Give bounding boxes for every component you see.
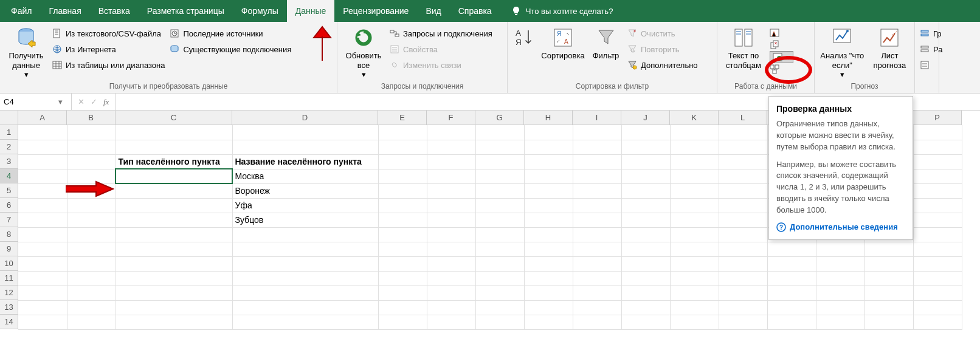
cell-L14[interactable] bbox=[719, 315, 767, 329]
cell-M13[interactable] bbox=[767, 300, 816, 315]
cell-G6[interactable] bbox=[475, 198, 524, 213]
cell-K2[interactable] bbox=[670, 140, 719, 154]
cell-N9[interactable] bbox=[816, 242, 864, 256]
from-web-button[interactable]: Из Интернета bbox=[52, 43, 165, 56]
cell-N10[interactable] bbox=[816, 256, 864, 271]
cell-J10[interactable] bbox=[621, 256, 670, 271]
cell-E4[interactable] bbox=[378, 169, 427, 183]
cell-F7[interactable] bbox=[427, 213, 475, 227]
sort-button[interactable]: ЯА Сортировка bbox=[542, 24, 584, 61]
cell-H3[interactable] bbox=[524, 154, 573, 169]
cell-C2[interactable] bbox=[116, 140, 232, 154]
cell-J6[interactable] bbox=[621, 198, 670, 213]
cell-C4[interactable] bbox=[116, 169, 232, 183]
column-header-C[interactable]: C bbox=[116, 111, 232, 125]
group-button-partial[interactable]: Гр bbox=[920, 27, 942, 40]
column-header-P[interactable]: P bbox=[913, 111, 962, 125]
cell-K5[interactable] bbox=[670, 183, 719, 198]
cell-C7[interactable] bbox=[116, 213, 232, 227]
consolidate-button[interactable] bbox=[770, 63, 793, 75]
cell-B10[interactable] bbox=[67, 256, 116, 271]
forecast-sheet-button[interactable]: Лист прогноза bbox=[870, 24, 909, 70]
row-header-14[interactable]: 14 bbox=[0, 315, 18, 329]
cell-A11[interactable] bbox=[18, 271, 67, 286]
advanced-filter-button[interactable]: Дополнительно bbox=[627, 58, 698, 72]
row-header-12[interactable]: 12 bbox=[0, 286, 18, 300]
cell-E8[interactable] bbox=[378, 227, 427, 242]
cell-H1[interactable] bbox=[524, 125, 573, 140]
column-header-K[interactable]: K bbox=[670, 111, 719, 125]
tab-home[interactable]: Главная bbox=[40, 0, 89, 22]
cell-D9[interactable] bbox=[232, 242, 378, 256]
cell-F10[interactable] bbox=[427, 256, 475, 271]
cell-C8[interactable] bbox=[116, 227, 232, 242]
cell-F6[interactable] bbox=[427, 198, 475, 213]
cell-J7[interactable] bbox=[621, 213, 670, 227]
cell-I9[interactable] bbox=[573, 242, 621, 256]
cell-D1[interactable] bbox=[232, 125, 378, 140]
cell-I4[interactable] bbox=[573, 169, 621, 183]
cell-P3[interactable] bbox=[913, 154, 962, 169]
cell-L7[interactable] bbox=[719, 213, 767, 227]
cell-J2[interactable] bbox=[621, 140, 670, 154]
cell-I13[interactable] bbox=[573, 300, 621, 315]
cell-K9[interactable] bbox=[670, 242, 719, 256]
cell-G1[interactable] bbox=[475, 125, 524, 140]
cell-F2[interactable] bbox=[427, 140, 475, 154]
name-box[interactable]: ▾ bbox=[0, 94, 72, 110]
cell-H8[interactable] bbox=[524, 227, 573, 242]
cell-F12[interactable] bbox=[427, 286, 475, 300]
cell-C6[interactable] bbox=[116, 198, 232, 213]
cell-C1[interactable] bbox=[116, 125, 232, 140]
recent-sources-button[interactable]: Последние источники bbox=[170, 27, 291, 40]
cell-K13[interactable] bbox=[670, 300, 719, 315]
cell-M11[interactable] bbox=[767, 271, 816, 286]
cell-L1[interactable] bbox=[719, 125, 767, 140]
cell-H6[interactable] bbox=[524, 198, 573, 213]
cell-I2[interactable] bbox=[573, 140, 621, 154]
cell-I5[interactable] bbox=[573, 183, 621, 198]
cell-J9[interactable] bbox=[621, 242, 670, 256]
cell-I14[interactable] bbox=[573, 315, 621, 329]
tab-insert[interactable]: Вставка bbox=[90, 0, 139, 22]
cell-D7[interactable]: Зубцов bbox=[232, 213, 378, 227]
cell-C10[interactable] bbox=[116, 256, 232, 271]
cell-I3[interactable] bbox=[573, 154, 621, 169]
cell-C3[interactable]: Тип населённого пункта bbox=[116, 154, 232, 169]
cell-O11[interactable] bbox=[864, 271, 913, 286]
cell-O12[interactable] bbox=[864, 286, 913, 300]
cell-F13[interactable] bbox=[427, 300, 475, 315]
column-header-B[interactable]: B bbox=[67, 111, 116, 125]
cell-A9[interactable] bbox=[18, 242, 67, 256]
text-to-columns-button[interactable]: Текст по столбцам bbox=[722, 24, 765, 70]
cell-E5[interactable] bbox=[378, 183, 427, 198]
cell-A4[interactable] bbox=[18, 169, 67, 183]
cell-G12[interactable] bbox=[475, 286, 524, 300]
data-validation-button[interactable]: ▾ bbox=[770, 51, 793, 63]
cell-H11[interactable] bbox=[524, 271, 573, 286]
row-header-10[interactable]: 10 bbox=[0, 256, 18, 271]
cell-K7[interactable] bbox=[670, 213, 719, 227]
cell-P9[interactable] bbox=[913, 242, 962, 256]
cell-J8[interactable] bbox=[621, 227, 670, 242]
cell-B11[interactable] bbox=[67, 271, 116, 286]
column-header-L[interactable]: L bbox=[719, 111, 767, 125]
cell-L10[interactable] bbox=[719, 256, 767, 271]
cell-G14[interactable] bbox=[475, 315, 524, 329]
cell-K6[interactable] bbox=[670, 198, 719, 213]
cell-G13[interactable] bbox=[475, 300, 524, 315]
column-header-A[interactable]: A bbox=[18, 111, 67, 125]
cell-G7[interactable] bbox=[475, 213, 524, 227]
cell-K10[interactable] bbox=[670, 256, 719, 271]
cell-E12[interactable] bbox=[378, 286, 427, 300]
insert-function-icon[interactable]: fx bbox=[103, 97, 109, 107]
cell-B3[interactable] bbox=[67, 154, 116, 169]
cell-B14[interactable] bbox=[67, 315, 116, 329]
cell-C14[interactable] bbox=[116, 315, 232, 329]
cell-H4[interactable] bbox=[524, 169, 573, 183]
cell-B6[interactable] bbox=[67, 198, 116, 213]
cell-B5[interactable] bbox=[67, 183, 116, 198]
tab-formulas[interactable]: Формулы bbox=[233, 0, 287, 22]
cell-D3[interactable]: Название населённого пункта bbox=[232, 154, 378, 169]
cell-L3[interactable] bbox=[719, 154, 767, 169]
